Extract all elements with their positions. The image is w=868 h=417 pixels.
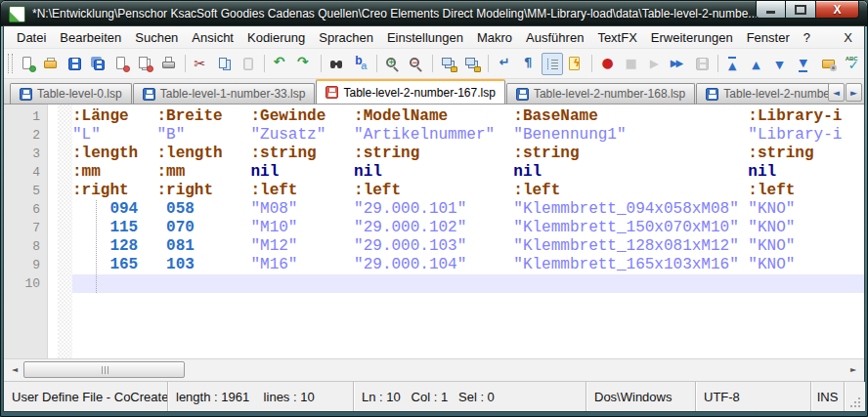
code-text[interactable]: :length :length :string :string :string …	[72, 145, 864, 163]
stop-macro-icon[interactable]	[621, 53, 642, 75]
menu-kodierung[interactable]: Kodierung	[240, 27, 312, 48]
tab-label: Table-level-2-number-168.lsp	[534, 87, 685, 101]
title-bar[interactable]: *N:\Entwicklung\Penschor KsacSoft Goodie…	[1, 1, 867, 26]
zoom-in-icon[interactable]	[382, 53, 404, 75]
menu-ausfhren[interactable]: Ausführen	[519, 27, 590, 48]
status-insert-mode: INS	[811, 382, 845, 411]
minimize-button[interactable]	[756, 1, 786, 19]
toolbar	[4, 48, 864, 79]
save-icon[interactable]	[64, 53, 85, 75]
print-icon[interactable]	[158, 53, 180, 75]
sync-horizontal-icon[interactable]	[461, 53, 483, 75]
code-line-2[interactable]: 2"L" "B" "Zusatz" "Artikelnummer" "Benen…	[4, 126, 864, 145]
menu-textfx[interactable]: TextFX	[590, 27, 643, 48]
fold-cell	[58, 256, 72, 274]
new-file-icon[interactable]	[17, 53, 38, 75]
next-icon[interactable]	[771, 53, 793, 75]
token: nil	[513, 163, 542, 181]
tab-table-level-2-number-169-lsp[interactable]: Table-level-2-number-169.lsp	[696, 83, 829, 104]
menu-einstellungen[interactable]: Einstellungen	[380, 27, 470, 48]
menu-makro[interactable]: Makro	[470, 27, 519, 48]
close-file-icon	[113, 56, 130, 72]
code-line-1[interactable]: 1:Länge :Breite :Gewinde :ModelName :Bas…	[4, 107, 864, 126]
code-text[interactable]: "L" "B" "Zusatz" "Artikelnummer" "Benenn…	[72, 126, 864, 145]
spell-check-icon[interactable]	[842, 53, 863, 75]
word-wrap-icon	[497, 56, 513, 72]
tab-scroll-left-icon[interactable]: ◄	[828, 83, 845, 102]
menu-sprachen[interactable]: Sprachen	[312, 27, 380, 48]
redo-icon[interactable]	[293, 53, 315, 75]
code-text[interactable]: 165 103 "M16" "29.000.104" "Klemmbrett_1…	[72, 256, 864, 274]
code-line-10[interactable]: 10	[4, 274, 864, 293]
user-defined-dialog-icon[interactable]	[565, 53, 586, 75]
tab-scroll-right-icon[interactable]: ►	[846, 83, 862, 102]
code-line-9[interactable]: 9 165 103 "M16" "29.000.104" "Klemmbrett…	[4, 256, 864, 274]
fold-cell	[58, 107, 72, 126]
token: "L"	[72, 126, 101, 144]
play-macro-icon	[647, 56, 664, 72]
paste-icon[interactable]	[238, 53, 259, 75]
menubar-close-button[interactable]: X	[838, 30, 858, 45]
token: :BaseName	[513, 107, 597, 125]
scroll-right-icon[interactable]: ►	[845, 361, 862, 378]
code-line-4[interactable]: 4:mm :mm nil nil nil nil	[4, 163, 864, 182]
close-button[interactable]: X	[815, 1, 859, 19]
copy-icon[interactable]	[214, 53, 236, 75]
show-indent-guide-icon	[543, 56, 560, 72]
menu-fenster[interactable]: Fenster	[740, 27, 797, 48]
folder-snapshot-icon[interactable]	[818, 53, 840, 75]
open-file-icon[interactable]	[40, 53, 62, 75]
sync-vertical-icon[interactable]	[438, 53, 459, 75]
code-line-6[interactable]: 6 094 058 "M08" "29.000.101" "Klemmbrett…	[4, 200, 864, 219]
code-text[interactable]: 094 058 "M08" "29.000.101" "Klemmbrett_0…	[72, 200, 864, 219]
close-all-icon[interactable]	[135, 53, 156, 75]
zoom-out-icon[interactable]	[406, 53, 427, 75]
show-all-characters-icon[interactable]	[517, 53, 539, 75]
tab-table-level-0-lsp[interactable]: Table-level-0.lsp	[10, 83, 132, 104]
tab-table-level-2-number-168-lsp[interactable]: Table-level-2-number-168.lsp	[506, 83, 695, 104]
find-icon[interactable]	[326, 53, 348, 75]
save-all-icon[interactable]	[87, 53, 108, 75]
menu-ansicht[interactable]: Ansicht	[185, 27, 240, 48]
editor[interactable]: 1:Länge :Breite :Gewinde :ModelName :Bas…	[4, 104, 864, 358]
show-indent-guide-icon[interactable]	[542, 53, 563, 75]
scroll-left-icon[interactable]: ◄	[6, 361, 23, 378]
record-macro-icon[interactable]	[597, 53, 619, 75]
menu-suchen[interactable]: Suchen	[128, 27, 185, 48]
menu-help[interactable]: ?	[797, 27, 817, 48]
code-text[interactable]: :mm :mm nil nil nil nil	[72, 163, 864, 182]
code-line-5[interactable]: 5:right :right :left :left :left :left	[4, 182, 864, 200]
replace-icon[interactable]	[350, 53, 371, 75]
word-wrap-icon[interactable]	[494, 53, 515, 75]
cut-icon[interactable]	[191, 53, 212, 75]
code-text[interactable]	[72, 274, 864, 293]
code-text[interactable]: 115 070 "M10" "29.000.102" "Klemmbrett_1…	[72, 219, 864, 237]
play-macro-icon[interactable]	[644, 53, 666, 75]
go-to-first-icon[interactable]	[723, 53, 745, 75]
show-all-characters-icon	[520, 56, 537, 72]
token: 115	[109, 219, 138, 236]
tab-table-level-1-number-33-lsp[interactable]: Table-level-1-number-33.lsp	[133, 83, 316, 104]
run-macro-multiple-icon[interactable]	[668, 53, 689, 75]
menu-bearbeiten[interactable]: Bearbeiten	[53, 27, 128, 48]
maximize-button[interactable]	[786, 1, 815, 19]
save-macro-icon[interactable]	[691, 53, 713, 75]
code-line-7[interactable]: 7 115 070 "M10" "29.000.102" "Klemmbrett…	[4, 219, 864, 237]
menu-datei[interactable]: Datei	[10, 27, 53, 48]
horizontal-scrollbar[interactable]: ◄ ►	[4, 358, 864, 381]
code-line-3[interactable]: 3:length :length :string :string :string…	[4, 145, 864, 163]
go-to-last-icon[interactable]	[795, 53, 816, 75]
resize-grip[interactable]	[858, 405, 860, 407]
save-macro-icon	[694, 56, 711, 72]
scrollbar-thumb[interactable]	[23, 361, 185, 378]
menu-erweiterungen[interactable]: Erweiterungen	[644, 27, 740, 48]
code-text[interactable]: 128 081 "M12" "29.000.103" "Klemmbrett_1…	[72, 237, 864, 256]
record-macro-icon	[599, 56, 616, 72]
code-line-8[interactable]: 8 128 081 "M12" "29.000.103" "Klemmbrett…	[4, 237, 864, 256]
previous-icon[interactable]	[748, 53, 769, 75]
tab-table-level-2-number-167-lsp[interactable]: Table-level-2-number-167.lsp	[316, 79, 504, 104]
close-file-icon[interactable]	[111, 53, 133, 75]
undo-icon[interactable]	[270, 53, 291, 75]
code-text[interactable]: :Länge :Breite :Gewinde :ModelName :Base…	[72, 107, 864, 126]
code-text[interactable]: :right :right :left :left :left :left	[72, 182, 864, 200]
